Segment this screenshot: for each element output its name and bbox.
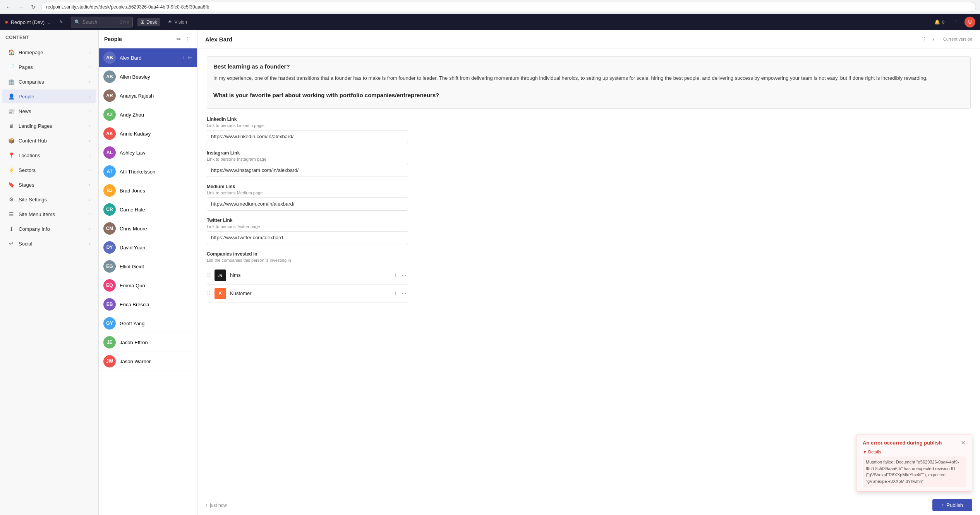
publish-button[interactable]: ↑ Publish — [932, 499, 972, 511]
person-item[interactable]: AL Ashley Law ↑ ✏ — [99, 143, 197, 162]
unpin-button[interactable]: ↑ — [182, 282, 185, 289]
edit-button[interactable]: ✏ — [187, 149, 192, 156]
twitter-input[interactable] — [207, 231, 408, 244]
person-item[interactable]: AK Annie Kadavy ↑ ✏ — [99, 124, 197, 143]
more-options-button[interactable]: ⋮ — [920, 35, 928, 43]
unpin-button[interactable]: ↑ — [182, 73, 185, 80]
person-name: Carrie Rule — [120, 207, 178, 213]
person-item[interactable]: JE Jacob Effron ↑ ✏ — [99, 333, 197, 352]
edit-button[interactable]: ✎ — [56, 18, 66, 26]
refresh-button[interactable]: ↻ — [29, 2, 38, 12]
error-details-toggle[interactable]: ▼ Details — [863, 450, 966, 454]
unpin-button[interactable]: ↑ — [182, 206, 185, 213]
edit-button[interactable]: ✏ — [187, 54, 192, 61]
edit-button[interactable]: ✏ — [187, 358, 192, 365]
edit-button[interactable]: ✏ — [187, 282, 192, 289]
edit-button[interactable]: ✏ — [187, 301, 192, 308]
drag-handle-icon[interactable]: ⠿ — [207, 272, 211, 278]
medium-input[interactable] — [207, 197, 408, 211]
forward-button[interactable]: → — [16, 2, 26, 12]
person-item[interactable]: AB Alex Bard ↑ ✏ — [99, 48, 197, 67]
logo-text: in — [218, 273, 222, 278]
sidebar-item-company-info[interactable]: ℹ Company Info › — [2, 222, 96, 236]
sidebar-item-stages[interactable]: 🔖 Stages › — [2, 178, 96, 192]
person-item[interactable]: BJ Brad Jones ↑ ✏ — [99, 181, 197, 200]
company-unpin-button[interactable]: ↑ — [393, 290, 399, 297]
person-item[interactable]: AB Allen Beasley ↑ ✏ — [99, 67, 197, 86]
edit-button[interactable]: ✏ — [187, 187, 192, 194]
company-unpin-button[interactable]: ↑ — [393, 271, 399, 279]
unpin-button[interactable]: ↑ — [182, 244, 185, 251]
person-item[interactable]: AR Ananya Rajesh ↑ ✏ — [99, 86, 197, 105]
person-item[interactable]: EQ Emma Quo ↑ ✏ — [99, 276, 197, 295]
sidebar-item-news[interactable]: 📰 News › — [2, 104, 96, 118]
unpin-button[interactable]: ↑ — [182, 54, 185, 61]
unpin-button[interactable]: ↑ — [182, 187, 185, 194]
close-button[interactable]: › — [931, 35, 935, 43]
edit-button[interactable]: ✏ — [187, 206, 192, 213]
sidebar-item-content-hub[interactable]: 📦 Content Hub › — [2, 134, 96, 148]
new-document-button[interactable]: ✏ — [175, 35, 182, 43]
person-item[interactable]: EB Erica Brescia ↑ ✏ — [99, 295, 197, 314]
unpin-button[interactable]: ↑ — [182, 263, 185, 270]
sidebar-item-people[interactable]: 👤 People › — [2, 89, 96, 103]
instagram-input[interactable] — [207, 164, 408, 177]
linkedin-input[interactable] — [207, 130, 408, 143]
person-item[interactable]: CR Carrie Rule ↑ ✏ — [99, 200, 197, 219]
edit-button[interactable]: ✏ — [187, 73, 192, 80]
unpin-button[interactable]: ↑ — [182, 320, 185, 327]
sidebar-item-homepage[interactable]: 🏠 Homepage › — [2, 45, 96, 59]
sidebar-item-locations[interactable]: 📍 Locations › — [2, 148, 96, 162]
desk-button[interactable]: ⊞ Desk — [137, 18, 160, 26]
sidebar-item-sectors[interactable]: ⚡ Sectors › — [2, 163, 96, 177]
sidebar-item-companies[interactable]: 🏢 Companies › — [2, 75, 96, 89]
unpin-button[interactable]: ↑ — [182, 339, 185, 346]
edit-button[interactable]: ✏ — [187, 320, 192, 327]
person-item[interactable]: CM Chris Moore ↑ ✏ — [99, 219, 197, 238]
unpin-button[interactable]: ↑ — [182, 92, 185, 99]
person-name: Jacob Effron — [120, 340, 178, 345]
edit-button[interactable]: ✏ — [187, 92, 192, 99]
unpin-button[interactable]: ↑ — [182, 111, 185, 118]
notification-button[interactable]: 🔔 0 — [931, 18, 947, 26]
edit-button[interactable]: ✏ — [187, 130, 192, 137]
person-item[interactable]: DY David Yuan ↑ ✏ — [99, 238, 197, 257]
edit-button[interactable]: ✏ — [187, 339, 192, 346]
back-button[interactable]: ← — [4, 2, 13, 12]
unpin-button[interactable]: ↑ — [182, 149, 185, 156]
unpin-button[interactable]: ↑ — [182, 225, 185, 232]
unpin-button[interactable]: ↑ — [182, 130, 185, 137]
edit-button[interactable]: ✏ — [187, 111, 192, 118]
person-item[interactable]: JW Jason Warner ↑ ✏ — [99, 352, 197, 371]
sidebar-item-site-settings[interactable]: ⚙ Site Settings › — [2, 192, 96, 206]
edit-button[interactable]: ✏ — [187, 168, 192, 175]
drag-handle-icon[interactable]: ⠿ — [207, 290, 211, 297]
sidebar-item-site-menu-items[interactable]: ☰ Site Menu Items › — [2, 207, 96, 221]
settings-icon: ⚙ — [8, 196, 15, 203]
unpin-button[interactable]: ↑ — [182, 358, 185, 365]
apps-button[interactable]: ⋮ — [951, 18, 961, 26]
error-toast-close-button[interactable]: ✕ — [961, 439, 966, 446]
edit-button[interactable]: ✏ — [187, 263, 192, 270]
search-bar[interactable]: 🔍 Search Ctrl K — [71, 17, 133, 27]
sidebar-item-label: Companies — [19, 79, 85, 85]
address-bar[interactable]: redpoint.sanity.studio/dev/desk/people:a… — [41, 2, 976, 12]
sidebar-item-pages[interactable]: 📄 Pages › — [2, 60, 96, 74]
vision-button[interactable]: 👁 Vision — [165, 18, 190, 26]
company-more-button[interactable]: ⋯ — [400, 271, 408, 279]
person-item[interactable]: EG Elliot Geidt ↑ ✏ — [99, 257, 197, 276]
sidebar-item-landing-pages[interactable]: 🖥 Landing Pages › — [2, 119, 96, 133]
edit-button[interactable]: ✏ — [187, 225, 192, 232]
unpin-button[interactable]: ↑ — [182, 301, 185, 308]
person-item[interactable]: GY Geoff Yang ↑ ✏ — [99, 314, 197, 333]
more-options-button[interactable]: ⋮ — [184, 35, 192, 43]
company-item[interactable]: ⠿ K Kustomer ↑ ⋯ — [207, 285, 408, 303]
unpin-button[interactable]: ↑ — [182, 168, 185, 175]
company-more-button[interactable]: ⋯ — [400, 290, 408, 297]
edit-button[interactable]: ✏ — [187, 244, 192, 251]
sidebar-item-social[interactable]: ↩ Social › — [2, 237, 96, 251]
person-item[interactable]: AT Atli Thorkelsson ↑ ✏ — [99, 162, 197, 181]
person-item[interactable]: AZ Andy Zhou ↑ ✏ — [99, 105, 197, 124]
user-avatar[interactable]: U — [965, 17, 975, 27]
company-item[interactable]: ⠿ in hims ↑ ⋯ — [207, 266, 408, 285]
